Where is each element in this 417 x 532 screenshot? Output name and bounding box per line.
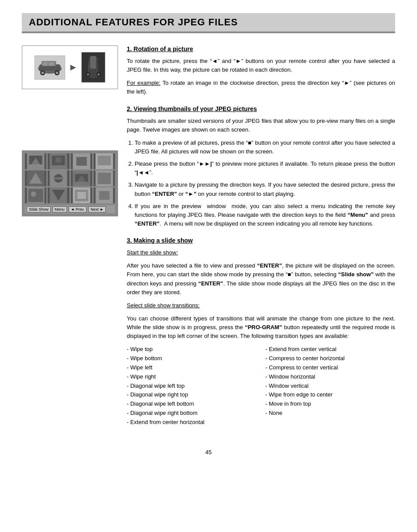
- transitions-left: - Wipe top - Wipe bottom - Wipe left - W…: [127, 345, 257, 427]
- rotation-para1: To rotate the picture, press the “◄” and…: [127, 57, 395, 74]
- section-rotation: 1. Rotation of a picture To rotate the p…: [127, 45, 395, 97]
- select-label-text: Select slide show transitions:: [127, 302, 200, 309]
- svg-point-40: [31, 191, 36, 197]
- svg-rect-9: [49, 62, 54, 66]
- thumbnails-para1: Thumbnails are smaller sized versions of…: [127, 117, 395, 134]
- svg-point-6: [41, 71, 44, 74]
- trans-right-6: - Wipe from edge to center: [265, 390, 395, 400]
- svg-point-16: [87, 73, 89, 76]
- svg-rect-13: [90, 56, 96, 69]
- svg-point-7: [56, 71, 58, 74]
- start-para: After you have selected a file to view a…: [127, 261, 395, 297]
- section-slideshow-title: 3. Making a slide show: [127, 237, 395, 244]
- thumbnail-preview-box: Slide Show Menu ◄ Prev. Next ►: [22, 150, 118, 216]
- trans-right-7: - Move in from top: [265, 400, 395, 409]
- transitions-list: - Wipe top - Wipe bottom - Wipe left - W…: [127, 345, 395, 427]
- section-rotation-title: 1. Rotation of a picture: [127, 45, 395, 52]
- trans-left-5: - Diagonal wipe left top: [127, 382, 257, 391]
- start-label: Start the slide show:: [127, 248, 395, 257]
- thumb-item-4: If you are in the preview window mode, y…: [135, 202, 395, 228]
- rotation-arrow: ►: [69, 62, 78, 73]
- trans-right-1: - Extend from center vertical: [265, 345, 395, 354]
- svg-point-23: [56, 157, 62, 163]
- svg-rect-37: [97, 173, 111, 184]
- right-list: - Extend from center vertical - Compress…: [265, 345, 395, 417]
- example-label: For example:: [127, 80, 160, 86]
- svg-rect-45: [77, 192, 86, 199]
- trans-left-3: - Wipe left: [127, 363, 257, 372]
- trans-left-1: - Wipe top: [127, 345, 257, 354]
- thumb-toolbar: Slide Show Menu ◄ Prev. Next ►: [25, 205, 115, 213]
- content-layout: ►: [22, 45, 395, 436]
- thumb-5: [25, 170, 46, 186]
- thumbnail-grid: [25, 153, 115, 203]
- next-button[interactable]: Next ►: [88, 206, 106, 212]
- thumb-12: [94, 188, 115, 203]
- trans-right-8: - None: [265, 409, 395, 418]
- section-slideshow: 3. Making a slide show Start the slide s…: [127, 237, 395, 427]
- trans-right-4: - Window horizontal: [265, 372, 395, 382]
- svg-rect-47: [99, 191, 109, 200]
- trans-right-3: - Compress to center vertical: [265, 363, 395, 372]
- trans-left-9: - Extend from center horizontal: [127, 418, 257, 427]
- thumb-9: [25, 188, 46, 203]
- trans-right-5: - Window vertical: [265, 382, 395, 391]
- thumb-8: [94, 170, 115, 186]
- trans-left-6: - Diagonal wipe right top: [127, 390, 257, 400]
- thumb-2: [48, 153, 69, 169]
- thumb-6: [48, 170, 69, 186]
- thumb-10: [48, 188, 69, 203]
- svg-point-17: [98, 73, 100, 76]
- trans-left-4: - Wipe right: [127, 372, 257, 382]
- select-label: Select slide show transitions:: [127, 301, 395, 310]
- section-thumbnails-title: 2. Viewing thumbnails of your JPEG pictu…: [127, 105, 395, 112]
- thumb-item-2: Please press the button “►►|” to preview…: [135, 160, 395, 177]
- trans-right-2: - Compress to center horizontal: [265, 354, 395, 363]
- trans-left-8: - Diagonal wipe right bottom: [127, 409, 257, 418]
- trans-left-7: - Diagonal wipe left bottom: [127, 400, 257, 409]
- select-para: You can choose different types of transi…: [127, 314, 395, 341]
- page-header: ADDITIONAL FEATURES FOR JPEG FILES: [22, 13, 395, 33]
- thumbnails-list: To make a preview of all pictures, press…: [127, 139, 395, 228]
- menu-button[interactable]: Menu: [52, 206, 67, 212]
- rotation-example: For example: To rotate an image in the c…: [127, 79, 395, 96]
- slide-show-button[interactable]: Slide Show: [27, 206, 51, 212]
- example-text: To rotate an image in the clockwise dire…: [127, 80, 395, 95]
- rotation-demo-box: ►: [22, 45, 118, 89]
- car-image-rotated: [81, 52, 105, 83]
- thumb-7: [71, 170, 92, 186]
- thumb-item-3: Navigate to a picture by pressing the di…: [135, 181, 395, 198]
- right-column: 1. Rotation of a picture To rotate the p…: [127, 45, 395, 436]
- svg-rect-32: [53, 177, 64, 179]
- thumb-1: [25, 153, 46, 169]
- page-number: 45: [22, 449, 395, 456]
- transitions-right: - Extend from center vertical - Compress…: [265, 345, 395, 427]
- prev-button[interactable]: ◄ Prev.: [69, 206, 87, 212]
- svg-rect-25: [76, 157, 87, 166]
- left-list: - Wipe top - Wipe bottom - Wipe left - W…: [127, 345, 257, 427]
- thumb-3: [71, 153, 92, 169]
- start-label-text: Start the slide show:: [127, 249, 178, 256]
- left-column: ►: [22, 45, 118, 436]
- trans-left-2: - Wipe bottom: [127, 354, 257, 363]
- svg-rect-27: [97, 156, 111, 165]
- thumb-11: [71, 188, 92, 203]
- page-title: ADDITIONAL FEATURES FOR JPEG FILES: [29, 17, 388, 28]
- svg-rect-8: [42, 62, 48, 66]
- thumb-4: [94, 153, 115, 169]
- thumb-item-1: To make a preview of all pictures, press…: [135, 139, 395, 156]
- car-image-original: [35, 56, 65, 80]
- section-thumbnails: 2. Viewing thumbnails of your JPEG pictu…: [127, 105, 395, 229]
